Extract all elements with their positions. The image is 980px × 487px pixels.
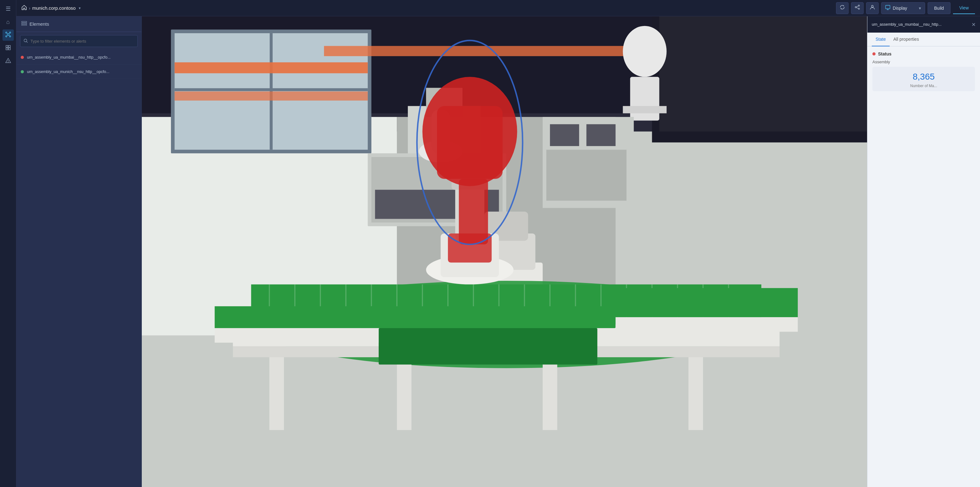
hamburger-menu-icon[interactable]: ☰ [3, 3, 14, 14]
query-symbol [5, 58, 11, 65]
properties-panel: urn_assembly_ua_mumbai__nsu_http... ✕ St… [867, 16, 980, 487]
home-nav-icon[interactable]: ⌂ [3, 16, 14, 28]
panel-title: Elements [30, 21, 49, 27]
search-box[interactable] [20, 35, 138, 47]
svg-rect-57 [546, 150, 627, 201]
breadcrumb-site-name[interactable]: munich.corp.contoso [32, 5, 76, 11]
main-content: › munich.corp.contoso ▾ [16, 0, 980, 487]
tab-state[interactable]: State [872, 33, 890, 46]
svg-point-4 [10, 36, 11, 37]
panel-header: Elements [16, 16, 142, 32]
tab-all-properties[interactable]: All properties [890, 33, 923, 46]
svg-rect-39 [175, 62, 368, 73]
svg-point-0 [7, 33, 9, 35]
graph-nav-icon[interactable] [3, 29, 14, 41]
properties-title: urn_assembly_ua_mumbai__nsu_http... [872, 22, 969, 27]
svg-rect-9 [6, 46, 8, 47]
svg-line-7 [6, 35, 7, 36]
element-item-label: urn_assembly_ua_mumbai__nsu_http__opcfo.… [27, 55, 111, 60]
status-indicator-dot [872, 52, 875, 56]
svg-rect-12 [8, 48, 10, 50]
svg-rect-98 [379, 328, 597, 365]
svg-rect-101 [215, 306, 379, 328]
breadcrumb-dropdown-arrow[interactable]: ▾ [79, 6, 81, 10]
svg-point-1 [6, 32, 7, 33]
refresh-icon [840, 5, 845, 11]
svg-point-16 [858, 5, 859, 6]
models-symbol [5, 44, 11, 52]
content-row: Elements urn_assembly_ua_mumbai__nsu_htt… [16, 16, 980, 487]
display-dropdown-arrow: ▾ [919, 6, 921, 11]
svg-rect-45 [630, 77, 659, 121]
viewport[interactable] [142, 16, 980, 487]
build-button[interactable]: Build [928, 2, 950, 14]
svg-rect-40 [175, 92, 368, 101]
value-card: 8,365 Number of Ma... [872, 67, 975, 91]
value-number: 8,365 [913, 72, 934, 82]
refresh-button[interactable] [836, 2, 848, 14]
svg-line-29 [27, 41, 28, 43]
svg-point-28 [24, 39, 27, 42]
svg-point-17 [855, 6, 856, 8]
value-label: Number of Ma... [910, 84, 937, 88]
element-list: urn_assembly_ua_mumbai__nsu_http__opcfo.… [16, 50, 142, 487]
svg-line-20 [856, 8, 858, 8]
svg-point-44 [623, 26, 666, 77]
properties-close-button[interactable]: ✕ [972, 22, 975, 28]
subsection-label: Assembly [872, 60, 975, 64]
svg-line-8 [9, 35, 10, 36]
svg-rect-56 [586, 124, 616, 146]
share-icon [854, 5, 860, 11]
models-nav-icon[interactable] [3, 43, 14, 54]
svg-rect-25 [22, 21, 27, 22]
home-breadcrumb-icon[interactable] [21, 5, 27, 11]
properties-content: Status Assembly 8,365 Number of Ma... [867, 46, 980, 487]
svg-rect-84 [269, 357, 284, 430]
display-label: Display [893, 6, 907, 11]
svg-rect-26 [22, 23, 27, 24]
section-title-label: Status [878, 51, 891, 56]
svg-rect-55 [550, 124, 579, 146]
svg-point-21 [872, 5, 873, 7]
svg-rect-22 [886, 5, 890, 9]
breadcrumb: › munich.corp.contoso ▾ [21, 5, 81, 11]
svg-point-18 [858, 8, 859, 10]
svg-rect-85 [397, 357, 411, 430]
svg-point-15 [8, 62, 8, 62]
svg-rect-86 [543, 357, 557, 430]
display-dropdown-icon [885, 5, 890, 11]
svg-rect-97 [360, 306, 616, 328]
search-input[interactable] [30, 39, 134, 44]
query-nav-icon[interactable] [3, 56, 14, 67]
share-button[interactable] [851, 2, 864, 14]
svg-rect-93 [437, 106, 503, 179]
home-symbol: ⌂ [6, 19, 10, 25]
svg-line-6 [9, 33, 10, 33]
svg-rect-10 [8, 46, 10, 47]
properties-tabs: State All properties [867, 33, 980, 46]
display-dropdown[interactable]: Display ▾ [881, 2, 925, 14]
svg-line-19 [856, 6, 858, 7]
svg-point-3 [6, 36, 7, 37]
status-dot-green [21, 70, 24, 73]
element-item-munich[interactable]: urn_assembly_ua_munich__nsu_http__opcfo.… [16, 65, 142, 79]
status-section: Status Assembly 8,365 Number of Ma... [872, 51, 975, 91]
svg-rect-87 [689, 357, 703, 430]
search-icon [24, 38, 28, 44]
avatar-icon [870, 5, 875, 11]
elements-panel: Elements urn_assembly_ua_mumbai__nsu_htt… [16, 16, 142, 487]
top-bar: › munich.corp.contoso ▾ [16, 0, 980, 16]
svg-rect-11 [6, 48, 8, 50]
avatar-button[interactable] [866, 2, 879, 14]
element-item-mumbai[interactable]: urn_assembly_ua_mumbai__nsu_http__opcfo.… [16, 50, 142, 65]
element-item-label: urn_assembly_ua_munich__nsu_http__opcfo.… [27, 70, 110, 74]
panel-header-icon [21, 21, 27, 27]
view-button[interactable]: View [953, 2, 975, 14]
graph-symbol [5, 31, 11, 39]
status-dot-red [21, 56, 24, 59]
svg-line-5 [6, 33, 7, 33]
breadcrumb-chevron: › [29, 6, 30, 11]
svg-rect-99 [616, 288, 798, 317]
svg-rect-95 [448, 233, 492, 263]
left-sidebar: ☰ ⌂ [0, 0, 16, 487]
